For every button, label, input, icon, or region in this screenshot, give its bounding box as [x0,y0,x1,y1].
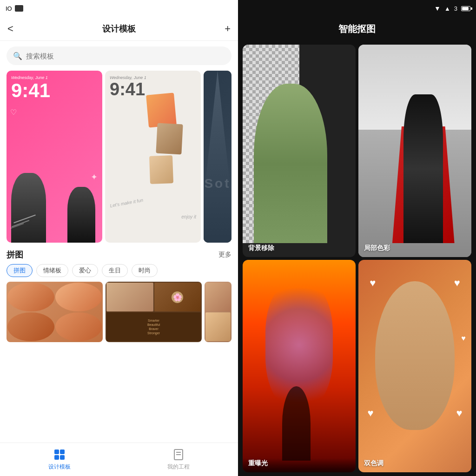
bw-person-silhouette [403,94,443,243]
feature-label-double-exp: 重曝光 [248,459,268,468]
collage-text-1: Smarter [148,319,159,322]
nav-item-templates[interactable]: 设计模板 [0,443,119,476]
right-header: 智能抠图 [238,17,476,41]
collage-item-2[interactable]: 🌸 Smarter Beautiful Braver Stronger [106,282,202,342]
back-button[interactable]: < [7,23,13,35]
nav-label-templates: 设计模板 [48,463,71,471]
feature-card-local-color[interactable]: 局部色彩 [358,45,471,257]
template-card-white[interactable]: Wednesday, June 1 9:41 Let's make it fun… [105,71,201,243]
photo-3 [149,155,173,184]
add-button[interactable]: + [225,23,231,35]
grid-icon [53,448,66,461]
status-bar-right: ▼ ▲ 3 [238,0,476,17]
sot-watermark: Sot [204,176,231,191]
templates-grid: Wednesday, June 1 9:41 ♡ ✦ Wednesday, Ju… [0,71,238,243]
feature-card-double-exp[interactable]: 重曝光 [243,260,356,472]
left-panel: IO < 设计模板 + 🔍 Wednesday, June 1 9:41 ♡ ✦ [0,0,238,476]
right-title: 智能抠图 [338,23,376,35]
grid-cell-1 [54,450,59,454]
top-nav: < 设计模板 + [0,17,238,41]
heart-1: ♥ [370,277,376,289]
duotone-bg: ♥ ♥ ♥ ♥ ♥ [358,260,471,472]
tag-mood[interactable]: 情绪板 [36,264,68,277]
status-time-right: 3 [454,5,457,12]
battery-fill [462,7,469,10]
feature-label-bg-remove: 背景移除 [248,244,274,252]
section-title: 拼图 [7,249,23,260]
battery-icon [461,6,470,11]
bottom-nav: 设计模板 我的工程 [0,443,238,476]
photo-collage-white [147,94,198,187]
decor-text-2: enjoy it [181,214,196,219]
doc-shape [174,449,183,460]
wifi-icon: ▼ [434,5,441,12]
grid-cell-2 [60,450,65,454]
star-decor-pink: ✦ [91,172,98,182]
feature-card-bg-remove[interactable]: 背景移除 [243,45,356,257]
heart-5: ♥ [461,334,466,343]
tag-fashion[interactable]: 时尚 [132,264,158,277]
person-right-pink [67,187,95,243]
status-time-left: IO [6,5,12,12]
template-card-pink[interactable]: Wednesday, June 1 9:41 ♡ ✦ [7,71,102,243]
person-face-duotone [375,281,454,430]
tags-row: 拼图 情绪板 爱心 生日 时尚 [0,264,238,282]
person-left-pink [11,173,46,243]
search-icon: 🔍 [13,52,22,60]
collage-item-3[interactable] [205,282,231,342]
ci-4 [55,312,102,341]
collage-item-1[interactable] [7,282,103,342]
right-panel: ▼ ▲ 3 智能抠图 背景移除 [238,0,476,476]
search-input[interactable] [26,52,225,60]
person-body-green [254,84,327,243]
features-grid: 背景移除 局部色彩 重曝光 ♥ ♥ [238,41,476,476]
grid-cell-3 [54,455,59,460]
tag-birthday[interactable]: 生日 [102,264,128,277]
search-bar[interactable]: 🔍 [7,46,231,65]
person-silhouette-small [282,386,311,461]
collage-text-4: Stronger [147,331,160,335]
collage-text-2: Beautiful [147,323,160,326]
decor-text-1: Let's make it fun [110,198,144,208]
c3-bottom [205,312,231,341]
section-more[interactable]: 更多 [218,251,231,259]
bg-remove-inner [243,45,356,257]
feature-label-local-color: 局部色彩 [364,244,390,252]
ci-top-left [106,283,153,311]
ci-2 [55,283,102,311]
section-header: 拼图 更多 [0,243,238,264]
heart-4: ♥ [456,407,463,419]
ci-1 [7,283,54,311]
collage-grid: 🌸 Smarter Beautiful Braver Stronger [0,282,238,342]
bw-beach-bg [358,45,471,257]
status-image-icon [15,5,23,12]
tag-heart[interactable]: 爱心 [72,264,98,277]
ci-3 [7,312,54,341]
collage-text-3: Braver [149,327,159,331]
template-time-pink: 9:41 [7,81,102,100]
nav-item-projects[interactable]: 我的工程 [119,443,238,476]
grid-cell-4 [60,455,65,460]
page-title: 设计模板 [102,23,136,34]
photo-2 [156,123,183,155]
template-card-dark[interactable]: Sot [204,71,231,243]
tag-pinjiu[interactable]: 拼图 [7,264,33,277]
feature-label-duotone: 双色调 [364,459,383,468]
feature-card-duotone[interactable]: ♥ ♥ ♥ ♥ ♥ 双色调 [358,260,471,472]
nav-label-projects: 我的工程 [167,463,190,471]
heart-decor-pink: ♡ [10,108,17,117]
ci-top-right: 🌸 [154,283,201,311]
c3-top [205,283,231,311]
heart-3: ♥ [367,407,373,419]
mountain-shape [204,71,231,243]
signal-icon: ▲ [444,5,450,12]
doc-icon [172,448,185,461]
status-bar-left: IO [0,0,238,17]
heart-2: ♥ [454,277,460,289]
double-exp-bg [243,260,356,472]
photo-1 [146,93,177,128]
